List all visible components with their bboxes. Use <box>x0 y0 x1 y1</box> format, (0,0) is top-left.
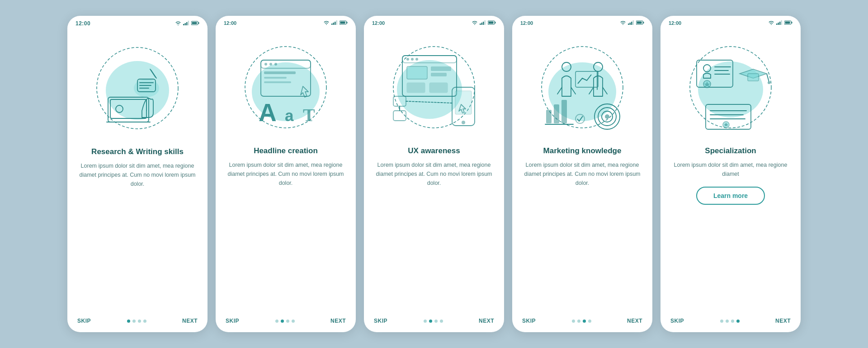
status-icons-4 <box>620 20 644 26</box>
svg-rect-56 <box>431 66 451 71</box>
svg-rect-23 <box>335 22 336 25</box>
next-btn-2[interactable]: NEXT <box>330 318 346 324</box>
title-2: Headline creation <box>226 146 346 156</box>
dots-1 <box>127 320 146 323</box>
svg-rect-36 <box>264 77 287 79</box>
title-1: Research & Writing skills <box>77 147 198 157</box>
svg-rect-55 <box>407 66 427 79</box>
svg-rect-26 <box>347 22 348 24</box>
svg-point-33 <box>269 63 272 66</box>
skip-btn-5[interactable]: SKIP <box>670 318 684 324</box>
next-btn-1[interactable]: NEXT <box>182 318 198 324</box>
skip-btn-4[interactable]: SKIP <box>522 318 536 324</box>
svg-rect-73 <box>637 22 642 24</box>
svg-rect-47 <box>489 22 494 24</box>
status-icons-5 <box>768 20 793 26</box>
signal-icon-5 <box>776 20 783 26</box>
svg-rect-110 <box>748 74 759 81</box>
status-icons-1 <box>175 21 199 26</box>
battery-icon-4 <box>636 20 644 26</box>
next-btn-3[interactable]: NEXT <box>479 318 494 324</box>
svg-rect-95 <box>779 22 781 25</box>
body-4: Lorem ipsum dolor sit dim amet, mea regi… <box>522 160 642 188</box>
screen-research-writing: 12:00 <box>67 16 208 332</box>
svg-point-52 <box>406 58 409 61</box>
dot-3-2 <box>429 320 432 323</box>
svg-rect-93 <box>776 24 778 25</box>
learn-more-button[interactable]: Learn more <box>696 187 765 205</box>
svg-rect-22 <box>333 23 335 25</box>
dot-3-4 <box>440 320 443 323</box>
time-5: 12:00 <box>669 20 681 26</box>
wifi-icon-5 <box>768 20 774 26</box>
svg-rect-42 <box>481 23 483 25</box>
status-bar-1: 12:00 <box>67 16 208 29</box>
dots-2 <box>275 320 295 323</box>
body-3: Lorem ipsum dolor sit dim amet, mea regi… <box>374 160 494 188</box>
dot-4-1 <box>572 320 575 323</box>
bottom-nav-3: SKIP NEXT <box>364 312 504 332</box>
battery-icon-5 <box>784 20 793 26</box>
dot-2-1 <box>275 320 278 323</box>
svg-rect-37 <box>264 81 291 83</box>
body-2: Lorem ipsum dolor sit dim amet, mea regi… <box>226 160 346 188</box>
illustration-marketing <box>512 28 652 146</box>
svg-line-111 <box>767 74 769 82</box>
signal-icon-4 <box>628 20 634 26</box>
svg-rect-84 <box>546 110 552 123</box>
next-btn-5[interactable]: NEXT <box>775 318 791 324</box>
svg-point-32 <box>264 63 267 66</box>
svg-rect-46 <box>495 22 496 24</box>
screen-headline: 12:00 <box>216 16 356 332</box>
status-bar-4: 12:00 <box>512 16 652 28</box>
bottom-nav-5: SKIP NEXT <box>660 312 801 332</box>
status-icons-3 <box>472 20 496 26</box>
svg-rect-57 <box>431 73 447 76</box>
dot-5-1 <box>720 320 723 323</box>
svg-rect-67 <box>628 24 629 25</box>
illustration-ux <box>364 28 504 146</box>
svg-rect-2 <box>186 22 188 25</box>
svg-rect-44 <box>485 20 486 25</box>
status-bar-3: 12:00 <box>364 16 504 28</box>
time-2: 12:00 <box>224 20 236 26</box>
svg-point-62 <box>462 121 465 124</box>
svg-rect-68 <box>630 23 631 25</box>
next-btn-4[interactable]: NEXT <box>627 318 642 324</box>
svg-rect-1 <box>185 23 186 25</box>
dot-4-2 <box>577 320 580 323</box>
dot-5-2 <box>726 320 729 323</box>
svg-rect-94 <box>778 23 779 25</box>
skip-btn-2[interactable]: SKIP <box>226 318 239 324</box>
bottom-nav-1: SKIP NEXT <box>67 312 208 332</box>
body-5: Lorem ipsum dolor sit dim amet, mea regi… <box>670 160 791 179</box>
svg-rect-21 <box>331 24 333 25</box>
illustration-research <box>67 29 208 147</box>
svg-rect-27 <box>340 22 345 24</box>
title-4: Marketing knowledge <box>522 146 642 156</box>
illustration-headline: A a T <box>216 28 356 146</box>
content-4: Marketing knowledge Lorem ipsum dolor si… <box>512 146 652 312</box>
title-5: Specialization <box>670 146 791 156</box>
svg-point-112 <box>768 81 770 84</box>
battery-icon <box>191 21 199 26</box>
dot-2-3 <box>286 320 289 323</box>
status-bar-2: 12:00 <box>216 16 356 28</box>
screen-ux: 12:00 <box>364 16 504 332</box>
illustration-specialization <box>660 28 801 146</box>
svg-rect-85 <box>554 104 559 123</box>
svg-rect-35 <box>264 71 296 74</box>
svg-rect-64 <box>393 111 406 121</box>
screens-container: 12:00 <box>67 16 801 332</box>
skip-btn-1[interactable]: SKIP <box>77 318 91 324</box>
dot-1-3 <box>138 320 141 323</box>
svg-point-34 <box>274 63 277 66</box>
svg-rect-3 <box>188 21 189 25</box>
time-4: 12:00 <box>520 20 533 26</box>
content-2: Headline creation Lorem ipsum dolor sit … <box>216 146 356 312</box>
time-3: 12:00 <box>372 20 385 26</box>
skip-btn-3[interactable]: SKIP <box>374 318 387 324</box>
svg-rect-98 <box>792 22 793 24</box>
bottom-nav-2: SKIP NEXT <box>216 312 356 332</box>
dot-2-2 <box>281 320 284 323</box>
